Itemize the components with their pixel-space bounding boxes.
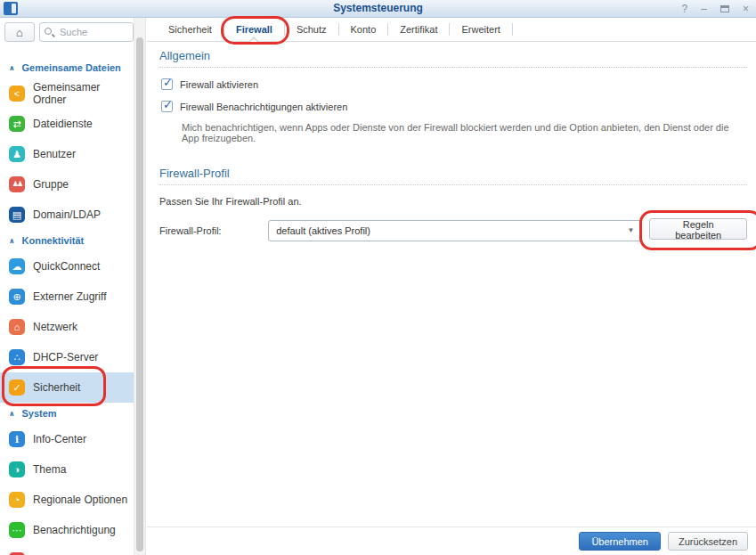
edit-rules-button[interactable]: Regeln bearbeiten bbox=[649, 218, 747, 240]
select-value: default (aktives Profil) bbox=[276, 225, 370, 236]
sidebar-section-label: Gemeinsame Dateien bbox=[22, 62, 121, 73]
chevron-up-icon: ∧ bbox=[9, 64, 15, 72]
tab-schutz[interactable]: Schutz bbox=[285, 18, 338, 41]
home-button[interactable]: ⌂ bbox=[4, 22, 35, 42]
main-panel: Sicherheit Firewall Schutz Konto Zertifi… bbox=[147, 18, 756, 555]
section-divider bbox=[159, 184, 747, 185]
sidebar-item-benachrichtigung[interactable]: ⋯ Benachrichtigung bbox=[0, 515, 134, 545]
sidebar-item-label: Dateidienste bbox=[33, 118, 93, 130]
tab-firewall[interactable]: Firewall bbox=[224, 18, 284, 41]
firewall-profil-select[interactable]: default (aktives Profil) ▼ bbox=[268, 220, 642, 241]
sidebar-item-domain-ldap[interactable]: ▤ Domain/LDAP bbox=[0, 200, 134, 230]
sidebar-item-label: Thema bbox=[33, 463, 66, 476]
sidebar-scrollbar bbox=[134, 18, 145, 555]
info-center-icon: ℹ bbox=[9, 431, 25, 447]
tab-content: Allgemein ✓ Firewall aktivieren ✓ Firewa… bbox=[147, 42, 756, 526]
sidebar-item-dhcp-server[interactable]: ∴ DHCP-Server bbox=[0, 342, 134, 372]
search-icon bbox=[45, 28, 52, 35]
sidebar: ⌂ ∧ Gemeinsame Dateien < Gemeinsamer Ord… bbox=[0, 18, 146, 555]
tab-bar: Sicherheit Firewall Schutz Konto Zertifi… bbox=[147, 18, 756, 42]
sidebar-item-label: Benutzer bbox=[33, 148, 76, 160]
sidebar-item-label: Benachrichtigung bbox=[33, 524, 116, 536]
sidebar-item-label: QuickConnect bbox=[33, 260, 100, 273]
sidebar-item-regionale-optionen[interactable]: ◔ Regionale Optionen bbox=[0, 485, 134, 515]
sidebar-item-label: Sicherheit bbox=[33, 381, 80, 394]
apply-button[interactable]: Übernehmen bbox=[579, 532, 661, 551]
sidebar-item-sicherheit[interactable]: ✓ Sicherheit bbox=[0, 372, 134, 403]
firewall-notifications-label[interactable]: Firewall Benachrichtigungen aktivieren bbox=[180, 102, 347, 112]
chevron-up-icon: ∧ bbox=[9, 237, 15, 245]
user-icon: ♟ bbox=[9, 146, 25, 162]
sidebar-item-externer-zugriff[interactable]: ⊕ Externer Zugriff bbox=[0, 282, 134, 312]
shared-folder-icon: < bbox=[9, 86, 25, 102]
tab-label: Firewall bbox=[236, 24, 272, 35]
search-input[interactable] bbox=[39, 22, 134, 42]
help-icon[interactable]: ? bbox=[682, 4, 688, 14]
profil-description: Passen Sie Ihr Firewall-Profil an. bbox=[159, 196, 747, 207]
firewall-profil-field-label: Firewall-Profil: bbox=[159, 225, 268, 236]
notification-icon: ⋯ bbox=[9, 522, 25, 538]
sidebar-item-quickconnect[interactable]: ☁ QuickConnect bbox=[0, 251, 134, 282]
tab-label: Konto bbox=[351, 24, 377, 35]
scrollbar-thumb[interactable] bbox=[136, 37, 143, 551]
sidebar-item-dateidienste[interactable]: ⇄ Dateidienste bbox=[0, 109, 134, 139]
sidebar-item-benutzer[interactable]: ♟ Benutzer bbox=[0, 139, 134, 169]
titlebar: Systemsteuerung ? – × bbox=[0, 0, 756, 18]
firewall-profil-row: Firewall-Profil: default (aktives Profil… bbox=[159, 218, 747, 242]
tab-label: Zertifikat bbox=[400, 24, 437, 35]
tab-erweitert[interactable]: Erweitert bbox=[450, 18, 511, 41]
external-access-icon: ⊕ bbox=[9, 289, 25, 305]
sidebar-section-gemeinsame-dateien[interactable]: ∧ Gemeinsame Dateien bbox=[0, 57, 134, 78]
sidebar-item-gruppe[interactable]: ♟♟ Gruppe bbox=[0, 169, 134, 200]
network-icon: ⌂ bbox=[9, 319, 25, 335]
firewall-enable-checkbox[interactable]: ✓ bbox=[161, 78, 173, 90]
firewall-enable-row: ✓ Firewall aktivieren bbox=[161, 78, 747, 90]
theme-icon: ◑ bbox=[9, 461, 25, 477]
sidebar-section-label: System bbox=[22, 408, 57, 419]
regional-options-icon: ◔ bbox=[9, 492, 25, 508]
firewall-notifications-row: ✓ Firewall Benachrichtigungen aktivieren bbox=[161, 101, 747, 112]
checkmark-icon: ✓ bbox=[163, 76, 173, 89]
security-shield-icon: ✓ bbox=[9, 380, 25, 396]
maximize-icon[interactable] bbox=[720, 5, 729, 12]
sidebar-item-label: Gemeinsamer Ordner bbox=[33, 81, 134, 106]
section-title-allgemein: Allgemein bbox=[159, 49, 747, 62]
window-title: Systemsteuerung bbox=[0, 2, 756, 14]
sidebar-list: ∧ Gemeinsame Dateien < Gemeinsamer Ordne… bbox=[0, 57, 134, 555]
tab-konto[interactable]: Konto bbox=[339, 18, 388, 41]
sidebar-section-system[interactable]: ∧ System bbox=[0, 403, 134, 424]
sidebar-item-label: Info-Center bbox=[33, 433, 86, 445]
reset-button[interactable]: Zurücksetzen bbox=[668, 532, 748, 551]
sidebar-item-aufgabenplaner[interactable]: ✓ Aufgabenplaner bbox=[0, 545, 134, 555]
section-title-firewall-profil: Firewall-Profil bbox=[159, 167, 747, 180]
sidebar-item-label: Gruppe bbox=[33, 178, 69, 191]
checkmark-icon: ✓ bbox=[163, 98, 173, 111]
group-icon: ♟♟ bbox=[9, 176, 25, 192]
home-icon: ⌂ bbox=[16, 26, 23, 39]
firewall-notifications-checkbox[interactable]: ✓ bbox=[161, 101, 173, 112]
file-services-icon: ⇄ bbox=[9, 116, 25, 132]
sidebar-item-label: Domain/LDAP bbox=[33, 208, 101, 221]
tab-separator bbox=[512, 23, 513, 36]
chevron-down-icon: ▼ bbox=[627, 226, 634, 234]
sidebar-item-label: Externer Zugriff bbox=[33, 290, 106, 303]
sidebar-item-label: DHCP-Server bbox=[33, 351, 98, 363]
section-divider bbox=[159, 67, 747, 68]
chevron-up-icon: ∧ bbox=[9, 410, 15, 418]
sidebar-section-konnektivitaet[interactable]: ∧ Konnektivität bbox=[0, 230, 134, 251]
tab-zertifikat[interactable]: Zertifikat bbox=[388, 18, 449, 41]
sidebar-item-label: Netzwerk bbox=[33, 321, 77, 333]
minimize-icon[interactable]: – bbox=[701, 4, 707, 14]
tab-label: Schutz bbox=[297, 24, 327, 35]
domain-ldap-icon: ▤ bbox=[9, 207, 25, 223]
sidebar-item-info-center[interactable]: ℹ Info-Center bbox=[0, 424, 134, 454]
notification-hint-text: Mich benachrichtigen, wenn Apps oder Die… bbox=[182, 122, 747, 143]
quickconnect-icon: ☁ bbox=[9, 258, 25, 274]
firewall-enable-label[interactable]: Firewall aktivieren bbox=[180, 79, 258, 90]
sidebar-item-gemeinsamer-ordner[interactable]: < Gemeinsamer Ordner bbox=[0, 78, 134, 109]
close-icon[interactable]: × bbox=[743, 4, 749, 14]
sidebar-item-thema[interactable]: ◑ Thema bbox=[0, 454, 134, 485]
tab-label: Erweitert bbox=[461, 24, 500, 35]
sidebar-item-netzwerk[interactable]: ⌂ Netzwerk bbox=[0, 312, 134, 342]
tab-sicherheit[interactable]: Sicherheit bbox=[157, 18, 224, 41]
